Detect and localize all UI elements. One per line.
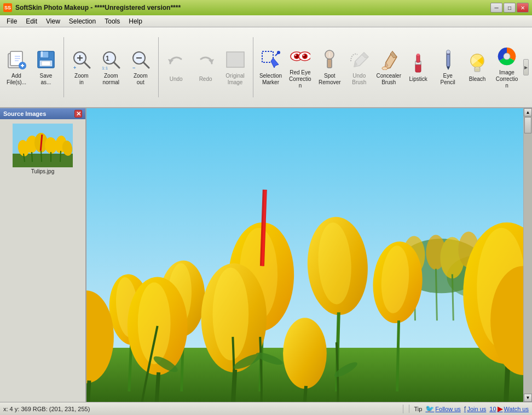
svg-rect-41 <box>327 59 332 68</box>
svg-line-68 <box>41 151 42 162</box>
separator-2 <box>158 37 159 97</box>
menu-bar: File Edit View Selection Tools Help <box>0 15 532 27</box>
svg-line-107 <box>157 372 159 402</box>
svg-rect-12 <box>42 61 50 66</box>
add-files-button[interactable]: AddFile(s)... <box>2 32 31 103</box>
zoom-in-button[interactable]: + Zoomin <box>67 32 96 103</box>
zoom-in-label: Zoomin <box>74 73 89 86</box>
zoom-in-icon: + <box>71 49 92 71</box>
scroll-down-button[interactable]: ▼ <box>524 394 532 402</box>
add-files-icon <box>5 49 27 71</box>
main-canvas <box>86 108 523 402</box>
menu-selection[interactable]: Selection <box>65 16 100 26</box>
lipstick-label: Lipstick <box>409 76 427 83</box>
cursor-coordinates: x: 4 y: 369 RGB: (201, 231, 255) <box>3 406 397 412</box>
selection-marker-button[interactable]: SelectionMarker <box>257 32 285 103</box>
minimize-button[interactable]: ─ <box>490 3 502 13</box>
bleach-button[interactable]: Bleach <box>463 32 491 103</box>
canvas-area[interactable] <box>86 108 523 402</box>
zoom-normal-button[interactable]: 1 1:1 Zoomnormal <box>97 32 125 103</box>
redo-icon <box>195 52 217 74</box>
close-button[interactable]: ✕ <box>517 3 529 13</box>
undo-brush-label: UndoBrush <box>352 73 366 86</box>
twitter-icon: 🐦 <box>425 405 434 413</box>
spot-remover-button[interactable]: SpotRemover <box>315 32 344 103</box>
list-item[interactable]: Tulips.jpg <box>3 122 82 176</box>
scroll-track[interactable] <box>524 116 532 394</box>
tip-label: Tip <box>414 406 422 412</box>
image-correction-button[interactable]: ImageCorrection <box>493 32 521 103</box>
undo-icon <box>165 52 187 74</box>
vertical-scrollbar[interactable]: ▲ ▼ <box>523 108 532 402</box>
save-as-icon <box>35 49 57 71</box>
eye-pencil-label: EyePencil <box>440 73 455 86</box>
undo-label: Undo <box>170 76 183 83</box>
maximize-button[interactable]: □ <box>504 3 516 13</box>
svg-line-104 <box>88 381 89 402</box>
red-eye-correction-label: Red EyeCorrection <box>287 69 313 89</box>
menu-help[interactable]: Help <box>124 16 147 26</box>
red-eye-correction-button[interactable]: Red EyeCorrection <box>286 32 314 103</box>
image-correction-icon <box>496 45 518 67</box>
svg-line-70 <box>60 151 61 162</box>
original-image-icon <box>224 49 246 71</box>
save-as-label: Saveas... <box>40 73 53 86</box>
more-tools-button[interactable]: ▶ <box>523 59 529 75</box>
lipstick-button[interactable]: Lipstick <box>404 32 432 103</box>
separator-1 <box>63 37 64 97</box>
bleach-icon <box>466 52 488 74</box>
svg-marker-26 <box>168 59 174 63</box>
svg-text:1: 1 <box>106 55 109 62</box>
bleach-label: Bleach <box>469 76 486 83</box>
eye-pencil-button[interactable]: EyePencil <box>433 32 462 103</box>
save-as-button[interactable]: Saveas... <box>32 32 60 103</box>
app-icon: SS <box>3 3 12 12</box>
svg-text:1:1: 1:1 <box>102 66 108 70</box>
svg-point-106 <box>138 282 171 364</box>
undo-button[interactable]: Undo <box>162 32 190 103</box>
zoom-normal-icon: 1 1:1 <box>100 49 122 71</box>
concealer-brush-button[interactable]: ConcealerBrush <box>374 32 403 103</box>
menu-view[interactable]: View <box>42 16 65 26</box>
svg-rect-3 <box>15 58 20 59</box>
svg-point-39 <box>303 55 305 56</box>
scroll-up-button[interactable]: ▲ <box>524 108 532 116</box>
window-controls: ─ □ ✕ <box>490 3 529 13</box>
join-us-link[interactable]: f Join us <box>464 405 486 413</box>
zoom-out-button[interactable]: − Zoomout <box>126 32 155 103</box>
undo-brush-button[interactable]: UndoBrush <box>345 32 373 103</box>
main-area: Source Images ✕ <box>0 108 532 402</box>
follow-us-link[interactable]: 🐦 Follow us <box>425 405 460 413</box>
status-bar: x: 4 y: 369 RGB: (201, 231, 255) Tip 🐦 F… <box>0 402 532 415</box>
redo-button[interactable]: Redo <box>192 32 220 103</box>
watch-us-link[interactable]: 10 ▶ Watch us <box>489 405 529 413</box>
menu-tools[interactable]: Tools <box>100 16 124 26</box>
svg-text:−: − <box>132 65 135 70</box>
eye-pencil-icon <box>437 49 459 71</box>
sidebar-header: Source Images ✕ <box>0 108 85 119</box>
scroll-thumb[interactable] <box>524 117 531 133</box>
sidebar-close-button[interactable]: ✕ <box>74 110 82 118</box>
more-tools-indicator: ▶ <box>522 32 530 103</box>
svg-rect-51 <box>447 54 450 55</box>
svg-line-14 <box>84 62 90 68</box>
svg-marker-27 <box>209 59 214 63</box>
svg-point-35 <box>295 55 297 56</box>
svg-rect-2 <box>15 56 20 57</box>
lipstick-icon <box>407 52 429 74</box>
svg-rect-10 <box>41 51 43 57</box>
status-separator <box>403 405 403 413</box>
spot-remover-icon <box>319 49 340 71</box>
original-image-label: OriginalImage <box>225 73 244 86</box>
svg-point-47 <box>417 54 420 56</box>
menu-edit[interactable]: Edit <box>21 16 42 26</box>
thumbnail-tulips <box>13 124 73 167</box>
svg-line-23 <box>143 62 149 68</box>
svg-rect-58 <box>13 154 73 167</box>
svg-point-43 <box>382 67 388 70</box>
original-image-button[interactable]: OriginalImage <box>221 32 250 103</box>
svg-rect-46 <box>417 55 420 62</box>
social-links: Tip 🐦 Follow us f Join us 10 ▶ Watch us <box>409 405 529 413</box>
toolbar: AddFile(s)... Saveas... + Zoomi <box>0 27 532 108</box>
menu-file[interactable]: File <box>2 16 21 26</box>
